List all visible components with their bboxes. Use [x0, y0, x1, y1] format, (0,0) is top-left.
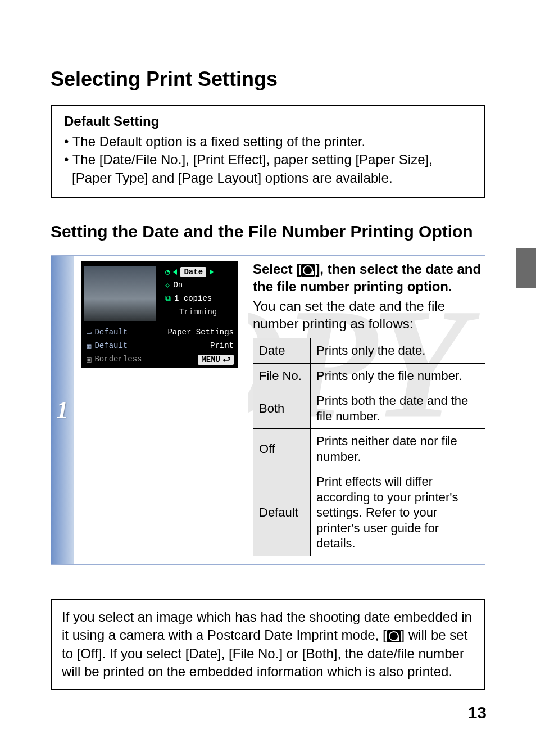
camera-row-date: ◔ Date	[165, 267, 214, 277]
effect-icon: ☼	[165, 280, 170, 289]
default-setting-line-1: • The Default option is a fixed setting …	[64, 133, 472, 151]
option-label: Date	[253, 338, 311, 364]
right-arrow-icon	[210, 269, 214, 275]
camera-row-paper-settings: Paper Settings	[167, 328, 234, 337]
table-row: Default Print effects will differ accord…	[253, 469, 485, 556]
return-icon: ⮐	[222, 355, 230, 364]
date-stamp-icon	[387, 630, 401, 642]
camera-row-trimming: Trimming	[179, 307, 217, 316]
camera-menu-button: MENU ⮐	[198, 355, 234, 365]
copies-icon: ⧉	[165, 294, 171, 303]
clock-icon: ◔	[165, 267, 170, 277]
camera-default2-label: Default	[94, 341, 128, 350]
options-table: Date Prints only the date. File No. Prin…	[253, 338, 485, 556]
camera-selected-option: Date	[180, 267, 206, 277]
option-label: Default	[253, 469, 311, 556]
table-row: Both Prints both the date and the file n…	[253, 388, 485, 429]
camera-row-print: Print	[210, 341, 234, 350]
default-setting-box: Default Setting • The Default option is …	[51, 105, 485, 198]
option-label: File No.	[253, 363, 311, 388]
option-desc: Print effects will differ according to y…	[311, 469, 485, 556]
camera-copies-label: 1 copies	[174, 294, 212, 303]
default-setting-title: Default Setting	[64, 114, 472, 129]
camera-row-menu: MENU ⮐	[198, 355, 234, 365]
date-stamp-icon	[301, 264, 315, 277]
camera-row-default-1: ▭ Default	[87, 328, 128, 337]
instruction-heading: Select [], then select the date and the …	[253, 260, 485, 295]
page-heading: Selecting Print Settings	[51, 67, 485, 91]
option-label: Off	[253, 429, 311, 469]
camera-borderless-label: Borderless	[94, 355, 142, 364]
camera-lcd-screenshot: ◔ Date ☼ On ⧉ 1 copies Trimming ▭	[81, 261, 238, 368]
section-subheading: Setting the Date and the File Number Pri…	[51, 221, 485, 242]
option-desc: Prints only the file number.	[311, 363, 485, 388]
instruction-prefix: Select [	[253, 261, 301, 277]
table-row: Off Prints neither date nor file number.	[253, 429, 485, 469]
layout-icon: ▣	[87, 355, 91, 364]
camera-row-default-2: ▦ Default	[87, 341, 128, 351]
step-number: 1	[57, 396, 69, 423]
camera-row-copies: ⧉ 1 copies	[165, 294, 212, 303]
default-setting-line-2: • The [Date/File No.], [Print Effect], p…	[64, 151, 472, 187]
camera-default1-label: Default	[94, 328, 128, 337]
option-desc: Prints only the date.	[311, 338, 485, 364]
camera-print-label: Print	[210, 341, 234, 350]
camera-row-on: ☼ On	[165, 280, 183, 289]
step-screenshot-column: ◔ Date ☼ On ⧉ 1 copies Trimming ▭	[74, 256, 248, 564]
sheet-icon: ▭	[87, 328, 91, 337]
step-number-column: 1	[51, 256, 74, 564]
table-row: File No. Prints only the file number.	[253, 363, 485, 388]
left-arrow-icon	[173, 269, 177, 275]
camera-trimming-label: Trimming	[179, 307, 217, 316]
camera-menu-label: MENU	[201, 355, 220, 364]
table-row: Date Prints only the date.	[253, 338, 485, 364]
camera-thumbnail	[84, 266, 156, 321]
option-desc: Prints neither date nor file number.	[311, 429, 485, 469]
paper-icon: ▦	[87, 341, 91, 351]
option-label: Both	[253, 388, 311, 429]
camera-row-borderless: ▣ Borderless	[87, 355, 142, 364]
instruction-body: You can set the date and the file number…	[253, 297, 485, 332]
step-row: 1 ◔ Date ☼ On ⧉ 1 copies	[51, 255, 485, 565]
note-box: If you select an image which has had the…	[51, 599, 485, 690]
camera-paper-settings-label: Paper Settings	[167, 328, 234, 337]
step-instruction-column: Select [], then select the date and the …	[248, 256, 485, 564]
option-desc: Prints both the date and the file number…	[311, 388, 485, 429]
camera-on-label: On	[173, 280, 183, 289]
